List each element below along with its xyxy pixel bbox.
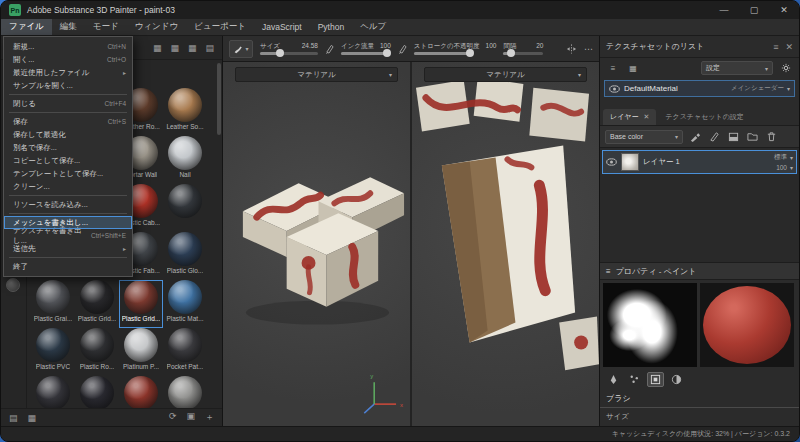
more-options-icon[interactable]: ⋯ [584,44,593,54]
list-mode-icon[interactable]: ≡ [606,62,620,75]
menu-item-save-as[interactable]: 別名で保存... [4,141,132,154]
menu-item-new[interactable]: 新規...Ctrl+N [4,40,132,53]
layer-opacity-dropdown[interactable]: 100▾ [776,164,793,171]
material-item[interactable] [163,376,207,408]
material-label: Pocket Pat... [167,363,204,371]
grid-mode-icon[interactable]: ▦ [626,62,640,75]
menu-item-save-as-copy[interactable]: コピーとして保存... [4,154,132,167]
material-mode-icon[interactable] [668,372,685,387]
add-paint-layer-icon[interactable] [688,130,702,143]
material-item[interactable]: Plastic Glo... [163,232,207,280]
close-button[interactable]: ✕ [769,1,799,19]
flow-slider-handle[interactable] [383,49,391,57]
paint-tool-button[interactable]: ▾ [229,40,253,58]
stencil-icon[interactable] [647,372,664,387]
material-sphere-display-icon[interactable] [6,278,20,292]
pressure-flow-icon[interactable] [398,44,407,54]
refresh-icon[interactable]: ⟳ [169,411,177,424]
panel-close-icon[interactable]: ✕ [785,42,793,52]
material-item[interactable]: Platinum P... [119,328,163,376]
material-item[interactable] [75,376,119,408]
add-pencil-icon[interactable] [707,130,721,143]
size-slider-handle[interactable] [276,49,284,57]
size-slider[interactable] [260,52,318,55]
panel-menu-icon[interactable]: ≡ [773,42,778,52]
eye-icon[interactable] [609,85,620,93]
material-item[interactable]: Plastic PVC [31,328,75,376]
view-small-icon[interactable]: ▦ [153,43,162,53]
material-item[interactable] [163,184,207,232]
particles-icon[interactable] [626,372,643,387]
stroke-opacity-slider[interactable] [414,52,470,55]
view-list-icon[interactable]: ▤ [205,43,214,53]
viewport-3d-material-dropdown[interactable]: マテリアル ▾ [235,67,398,82]
menu-item-exit[interactable]: 終了 [4,260,132,273]
tab-layers[interactable]: レイヤー ✕ [603,109,656,125]
material-item[interactable] [31,376,75,408]
menu-item-close[interactable]: 閉じるCtrl+F4 [4,97,132,110]
brush-tip-icon[interactable] [605,372,622,387]
add-fill-layer-icon[interactable] [726,130,740,143]
menu-item-open[interactable]: 開く...Ctrl+O [4,53,132,66]
menu-item-export-textures[interactable]: テクスチャを書き出し...Ctrl+Shift+E [4,229,132,242]
blend-mode-dropdown[interactable]: 標準▾ [774,153,793,162]
list-view-icon[interactable]: ▤ [9,413,18,423]
view-large-icon[interactable]: ▦ [188,43,197,53]
channel-dropdown[interactable]: Base color ▾ [605,130,683,144]
menu-python[interactable]: Python [310,19,352,35]
stroke-opacity-slider-handle[interactable] [466,49,474,57]
layer-eye-icon[interactable] [606,158,617,166]
add-asset-icon[interactable]: ＋ [205,411,214,424]
menu-window[interactable]: ウィンドウ [127,19,187,35]
grid-view-icon[interactable]: ▦ [28,413,37,423]
menu-javascript[interactable]: JavaScript [254,19,310,35]
delete-layer-trash-icon[interactable] [764,130,778,143]
brush-alpha-preview[interactable] [603,283,697,367]
menu-item-save-compact[interactable]: 保存して最適化 [4,128,132,141]
menu-mode[interactable]: モード [85,19,127,35]
menu-help[interactable]: ヘルプ [352,19,394,35]
material-sphere [168,328,202,362]
shelf-scrollbar[interactable] [217,63,221,135]
spacing-slider[interactable] [503,52,543,55]
viewport-3d[interactable]: マテリアル ▾ [223,62,410,426]
menu-item-import-resources[interactable]: リソースを読み込み... [4,198,132,211]
menu-item-recent-files[interactable]: 最近使用したファイル▸ [4,66,132,79]
maximize-button[interactable]: ▢ [739,1,769,19]
properties-menu-icon[interactable]: ≡ [606,267,611,276]
minimize-button[interactable]: — [709,1,739,19]
material-item[interactable]: Leather So... [163,88,207,136]
material-item[interactable]: Plastic Mat... [163,280,207,328]
layer-row-selected[interactable]: レイヤー 1 標準▾ 100▾ [602,150,797,174]
material-ball-preview[interactable] [700,283,794,367]
material-item[interactable]: Plastic Ro... [75,328,119,376]
menu-item-clean[interactable]: クリーン... [4,180,132,193]
menu-item-save[interactable]: 保存Ctrl+S [4,115,132,128]
menu-item-save-as-template[interactable]: テンプレートとして保存... [4,167,132,180]
viewport-2d-material-dropdown[interactable]: マテリアル ▾ [424,67,587,82]
shader-dropdown[interactable]: メインシェーダー ▾ [731,84,790,93]
pressure-size-icon[interactable] [325,44,334,54]
viewport-2d[interactable]: マテリアル ▾ [410,62,599,426]
tab-close-icon[interactable]: ✕ [644,113,650,121]
menu-file[interactable]: ファイル [1,19,52,35]
add-group-folder-icon[interactable] [745,130,759,143]
flow-slider[interactable] [341,52,387,55]
texture-set-row-selected[interactable]: DefaultMaterial メインシェーダー ▾ [604,80,795,97]
settings-dropdown[interactable]: 設定 ▾ [701,61,773,75]
material-item[interactable]: Pocket Pat... [163,328,207,376]
menu-viewport[interactable]: ビューポート [186,19,254,35]
material-item[interactable] [119,376,163,408]
tab-texture-set-settings[interactable]: テクスチャセットの設定 [658,109,750,125]
symmetry-icon[interactable] [566,44,577,54]
view-medium-icon[interactable]: ▦ [170,43,179,53]
material-item[interactable]: Nail [163,136,207,184]
filter-icon[interactable]: ▣ [186,411,195,424]
gear-icon[interactable] [779,62,793,75]
menu-edit[interactable]: 編集 [52,19,85,35]
material-item[interactable]: Plastic Grid... [75,280,119,328]
material-item-selected[interactable]: Plastic Grid... [119,280,163,328]
material-item[interactable]: Plastic Grai... [31,280,75,328]
menu-item-open-sample[interactable]: サンプルを開く... [4,79,132,92]
spacing-slider-handle[interactable] [507,49,515,57]
